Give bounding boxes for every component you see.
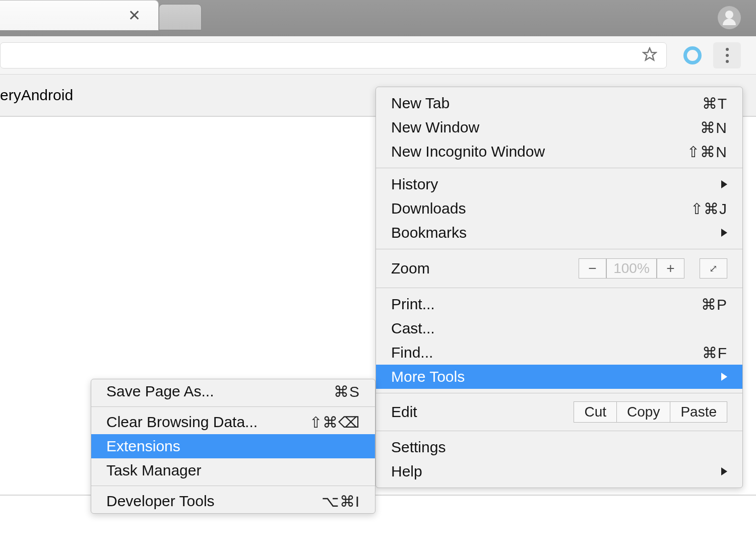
edit-cut-button[interactable]: Cut: [574, 401, 617, 423]
menu-item-new-incognito-window[interactable]: New Incognito Window ⇧⌘N: [376, 140, 742, 164]
chrome-menu-button[interactable]: [713, 42, 741, 68]
tab-strip: ✕: [0, 0, 756, 36]
menu-item-downloads[interactable]: Downloads ⇧⌘J: [376, 196, 742, 221]
menu-separator: [91, 406, 375, 407]
edit-paste-button[interactable]: Paste: [670, 401, 727, 423]
submenu-item-developer-tools[interactable]: Developer Tools ⌥⌘I: [91, 489, 375, 513]
profile-avatar-icon[interactable]: [718, 6, 741, 29]
more-vertical-icon: [726, 48, 729, 63]
edit-copy-button[interactable]: Copy: [617, 401, 670, 423]
fullscreen-button[interactable]: ⤢: [700, 258, 727, 279]
more-tools-submenu: Save Page As... ⌘S Clear Browsing Data..…: [91, 379, 375, 514]
inactive-tab[interactable]: [159, 4, 202, 30]
menu-item-settings[interactable]: Settings: [376, 435, 742, 459]
menu-separator: [91, 486, 375, 486]
menu-item-print[interactable]: Print... ⌘P: [376, 292, 742, 316]
menu-item-history[interactable]: History: [376, 172, 742, 196]
submenu-item-save-page-as[interactable]: Save Page As... ⌘S: [91, 379, 375, 403]
menu-item-more-tools[interactable]: More Tools: [376, 365, 742, 389]
zoom-in-button[interactable]: +: [657, 258, 684, 279]
menu-item-cast[interactable]: Cast...: [376, 316, 742, 340]
chevron-right-icon: [721, 229, 727, 237]
submenu-item-clear-browsing-data[interactable]: Clear Browsing Data... ⇧⌘⌫: [91, 410, 375, 434]
chevron-right-icon: [721, 467, 727, 475]
close-tab-icon[interactable]: ✕: [128, 7, 141, 24]
chevron-right-icon: [721, 373, 727, 381]
address-bar[interactable]: [0, 42, 667, 68]
menu-item-new-window[interactable]: New Window ⌘N: [376, 115, 742, 140]
toolbar: [0, 36, 756, 75]
menu-item-find[interactable]: Find... ⌘F: [376, 340, 742, 365]
menu-item-new-tab[interactable]: New Tab ⌘T: [376, 91, 742, 115]
active-tab[interactable]: ✕: [0, 0, 159, 30]
menu-item-zoom: Zoom − 100% + ⤢: [376, 253, 742, 284]
menu-item-edit: Edit Cut Copy Paste: [376, 397, 742, 427]
extension-circle-icon[interactable]: [683, 46, 702, 64]
menu-item-help[interactable]: Help: [376, 459, 742, 484]
menu-item-bookmarks[interactable]: Bookmarks: [376, 221, 742, 245]
page-header-text: eryAndroid: [0, 87, 73, 104]
submenu-item-extensions[interactable]: Extensions: [91, 434, 375, 458]
chevron-right-icon: [721, 180, 727, 188]
submenu-item-task-manager[interactable]: Task Manager: [91, 458, 375, 483]
bookmark-star-icon[interactable]: [642, 47, 657, 64]
svg-marker-0: [644, 48, 656, 60]
chrome-main-menu: New Tab ⌘T New Window ⌘N New Incognito W…: [375, 87, 743, 488]
zoom-value: 100%: [606, 258, 657, 279]
zoom-out-button[interactable]: −: [579, 258, 606, 279]
